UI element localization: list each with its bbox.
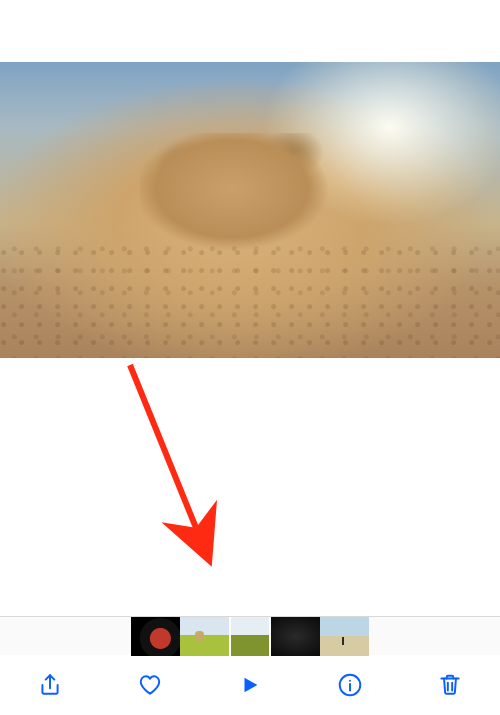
play-button[interactable] [226, 661, 274, 709]
trash-icon [437, 672, 463, 698]
info-button[interactable] [326, 661, 374, 709]
thumbnail[interactable] [271, 617, 320, 656]
bottom-toolbar [0, 655, 500, 715]
thumbnail[interactable] [131, 617, 180, 656]
info-icon [337, 672, 363, 698]
svg-line-0 [130, 365, 205, 550]
photos-detail-view [0, 0, 500, 715]
thumbnail[interactable] [180, 617, 229, 656]
thumbnail-selected[interactable] [229, 617, 271, 656]
share-icon [37, 672, 63, 698]
current-photo[interactable] [0, 62, 500, 358]
thumbnail[interactable] [320, 617, 369, 656]
svg-point-2 [349, 680, 351, 682]
annotation-arrow [120, 355, 230, 575]
photo-stage [0, 0, 500, 616]
play-icon [239, 674, 261, 696]
share-button[interactable] [26, 661, 74, 709]
thumbnail-strip[interactable] [0, 616, 500, 655]
heart-icon [137, 672, 163, 698]
delete-button[interactable] [426, 661, 474, 709]
favorite-button[interactable] [126, 661, 174, 709]
